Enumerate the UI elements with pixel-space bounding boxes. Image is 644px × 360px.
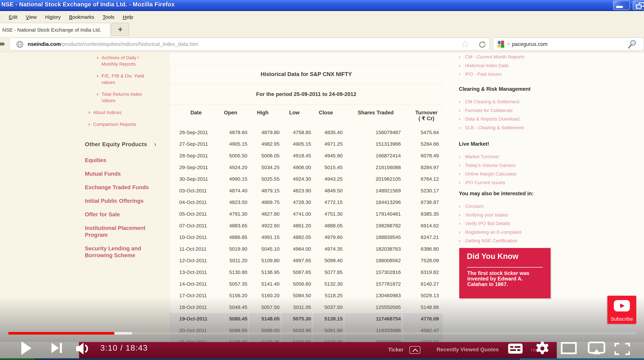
search-box[interactable]: pacegurus.com: [493, 37, 644, 51]
sidebar-product-link[interactable]: Security Lending and Borrowing Scheme: [85, 245, 165, 259]
chevron-right-icon: ›: [97, 54, 98, 61]
ticker-expand-button[interactable]: [410, 346, 420, 354]
right-group-heading: Clearing & Risk Management: [459, 86, 591, 92]
ticker-label[interactable]: Ticker: [388, 347, 404, 353]
menu-item[interactable]: Tools: [103, 14, 123, 20]
did-you-know-title: Did You Know: [467, 252, 518, 261]
right-sidebar-link[interactable]: ›CM Clearing & Settlement: [459, 97, 591, 106]
right-sidebar-link[interactable]: ›Verifying your trades: [459, 211, 591, 219]
right-sidebar-link[interactable]: ›Registering an E-complaint: [459, 228, 591, 237]
reload-icon[interactable]: [478, 40, 486, 48]
table-row[interactable]: 27-Sep-2011 4905.15 4982.95 4905.15 4971…: [170, 138, 443, 150]
url-path: /products/content/equities/indices/histo…: [61, 41, 198, 47]
window-titlebar: NSE - National Stock Exchange of India L…: [0, 0, 644, 11]
table-row[interactable]: 12-Oct-2011 5011.20 5109.80 4997.65 5099…: [170, 255, 443, 267]
sidebar-product-link[interactable]: Institutional Placement Program: [85, 224, 165, 238]
right-sidebar-link[interactable]: ›Verify IPO Bid Details: [459, 219, 591, 228]
table-row[interactable]: 03-Oct-2011 4874.40 4879.15 4823.90 4849…: [170, 185, 443, 196]
play-on-tv-icon[interactable]: [588, 342, 605, 355]
volume-icon[interactable]: [76, 342, 91, 355]
table-row[interactable]: 13-Oct-2011 5130.80 5136.95 5067.65 5077…: [170, 266, 443, 278]
table-row[interactable]: 17-Oct-2011 5156.20 5160.20 5084.50 5118…: [170, 290, 443, 301]
search-input[interactable]: pacegurus.com: [512, 41, 548, 47]
sidebar-link[interactable]: ›About Indices: [85, 109, 165, 116]
table-row[interactable]: 19-Oct-2011 5080.45 5148.05 5075.30 5139…: [170, 313, 443, 325]
menu-item[interactable]: Help: [123, 14, 142, 20]
search-engine-caret[interactable]: [507, 43, 510, 44]
right-sidebar-link[interactable]: ›Market Turnover: [459, 152, 591, 161]
sidebar-link[interactable]: ›Total Returns Index Values: [85, 91, 165, 104]
fullscreen-icon[interactable]: [614, 343, 630, 355]
back-button[interactable]: [0, 42, 5, 45]
table-row[interactable]: 05-Oct-2011 4791.30 4827.80 4741.00 4751…: [170, 208, 443, 220]
table-row[interactable]: 10-Oct-2011 4886.85 4991.15 4882.05 4979…: [170, 231, 443, 243]
cell-shares-traded: 179140481: [350, 211, 401, 217]
bookmark-star-icon[interactable]: [461, 40, 469, 48]
chevron-right-icon: ›: [459, 152, 460, 161]
settings-gear-icon[interactable]: [535, 341, 550, 356]
restore-button[interactable]: [633, 1, 644, 10]
table-row[interactable]: 26-Sep-2011 4878.60 4879.80 4758.85 4835…: [170, 127, 443, 138]
next-button[interactable]: [51, 342, 62, 354]
right-sidebar-link[interactable]: ›Historical Index Data: [459, 61, 591, 70]
table-subtitle: For the period 25-09-2011 to 24-09-2012: [170, 91, 443, 97]
play-button[interactable]: [21, 341, 32, 355]
cell-shares-traded: 198288782: [350, 223, 401, 229]
menu-item[interactable]: Bookmarks: [69, 14, 103, 20]
menu-item[interactable]: File: [0, 14, 9, 20]
menu-item[interactable]: Edit: [9, 14, 26, 20]
right-sidebar-link[interactable]: ›Circulars: [459, 202, 591, 211]
right-sidebar-link[interactable]: ›Today's Volume Gainers: [459, 161, 591, 170]
sidebar-link[interactable]: ›Archives of Daily / Monthly Reports: [85, 55, 165, 67]
table-row[interactable]: 14-Oct-2011 5057.35 5141.40 5056.60 5132…: [170, 278, 443, 290]
right-sidebar-link[interactable]: ›Data & Reports Download: [459, 115, 591, 123]
right-sidebar-link[interactable]: ›IPO Current Issues: [459, 178, 591, 187]
right-sidebar-link[interactable]: ›Formats for Collaterals: [459, 106, 591, 115]
right-sidebar-link[interactable]: ›Getting NSE Certification: [459, 236, 591, 245]
menu-item[interactable]: History: [45, 14, 69, 20]
subscribe-button[interactable]: Subscribe: [608, 296, 636, 324]
right-sidebar-group: Live Market! ›Market Turnover›Today's Vo…: [459, 141, 591, 187]
table-row[interactable]: 07-Oct-2011 4883.65 4922.60 4861.20 4888…: [170, 220, 443, 232]
cell-low: 4924.30: [278, 176, 311, 182]
recently-viewed-quotes-link[interactable]: Recently Viewed Quotes: [436, 347, 499, 353]
sidebar-product-link[interactable]: Equities: [85, 157, 165, 164]
sidebar-link[interactable]: ›Comparison Reports: [85, 121, 165, 128]
right-sidebar-link[interactable]: ›Online Margin Calculator: [459, 170, 591, 178]
cell-close: 4849.50: [309, 188, 343, 193]
video-progress-bar[interactable]: [8, 332, 636, 335]
theater-mode-icon[interactable]: [561, 342, 577, 354]
table-row[interactable]: 29-Sep-2011 4924.20 5034.25 4906.00 5015…: [170, 162, 443, 173]
table-row[interactable]: 30-Sep-2011 4990.15 5025.55 4924.30 4943…: [170, 173, 443, 185]
cell-turnover: 6247.21: [405, 234, 439, 240]
right-sidebar-link[interactable]: ›IPO - Past Issues: [459, 70, 591, 79]
sidebar-product-link[interactable]: Initial Public Offerings: [85, 197, 165, 204]
right-sidebar-link[interactable]: ›SLB - Clearing & Settlement: [459, 123, 591, 132]
cell-close: 5077.85: [309, 269, 343, 275]
menu-item[interactable]: View: [26, 14, 45, 20]
table-row[interactable]: 28-Sep-2011 5005.50 5006.05 4918.45 4945…: [170, 150, 443, 162]
new-tab-button[interactable]: +: [111, 23, 129, 36]
sidebar-product-link[interactable]: Exchange Traded Funds: [85, 184, 165, 191]
cell-low: 5067.65: [278, 269, 311, 275]
search-icon[interactable]: [627, 39, 638, 50]
tab-nse[interactable]: NSE - National Stock Exchange of India L…: [0, 23, 111, 37]
sidebar-product-link[interactable]: Offer for Sale: [85, 211, 165, 218]
cell-open: 4878.60: [214, 130, 247, 135]
url-text[interactable]: nseindia.com/products/content/equities/i…: [28, 41, 198, 47]
cell-date: 03-Oct-2011: [179, 188, 207, 193]
minimize-button[interactable]: [613, 1, 630, 10]
cell-date: 19-Oct-2011: [179, 316, 208, 322]
subtitles-icon[interactable]: [508, 344, 522, 354]
subscribe-label: Subscribe: [608, 316, 636, 322]
table-row[interactable]: 20-Oct-2011 5086.55 5099.00 5033.95 5091…: [170, 325, 443, 336]
table-row[interactable]: 18-Oct-2011 5049.45 5057.50 5011.05 5037…: [170, 301, 443, 313]
sidebar-section-other-equity-products[interactable]: Other Equity Products: [85, 141, 147, 148]
sidebar-product-link[interactable]: Mutual Funds: [85, 170, 165, 177]
nse-page: ›Archives of Daily / Monthly Reports›P/E…: [0, 53, 644, 360]
sidebar-link[interactable]: ›P/E, P/B & Div. Yield values: [85, 73, 165, 86]
address-bar[interactable]: nseindia.com/products/content/equities/i…: [9, 37, 490, 51]
table-row[interactable]: 11-Oct-2011 5019.90 5045.10 4964.00 4974…: [170, 243, 443, 255]
right-sidebar-link[interactable]: ›CM - Current Month Reports: [459, 53, 591, 61]
table-row[interactable]: 04-Oct-2011 4823.50 4869.75 4728.30 4772…: [170, 196, 443, 208]
